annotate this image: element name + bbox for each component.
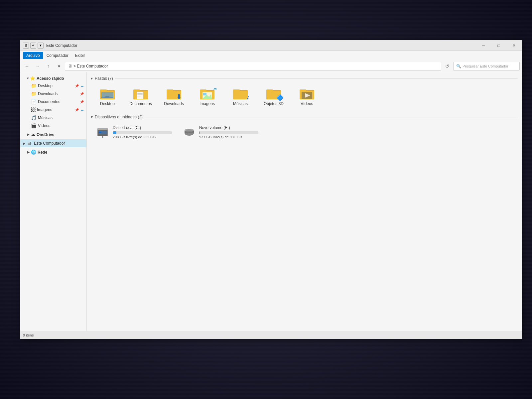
sidebar-item-downloads[interactable]: 📁 Downloads 📌: [20, 90, 86, 98]
search-bar[interactable]: 🔍 Pesquisar Este Computador: [453, 62, 520, 70]
drive-c-icon: [96, 126, 109, 139]
drives-section-label: Dispositivos e unidades (2): [95, 115, 143, 119]
titlebar-app-icons: 🖥 ✔ ▼: [23, 43, 44, 49]
cloud-icon-imagens: ☁: [213, 85, 217, 90]
svg-rect-38: [99, 132, 101, 133]
sidebar: ▾ ⭐ Acesso rápido 📁 Desktop 📌 ☁ 📁 Downlo…: [20, 72, 87, 331]
sidebar-music-label: Músicas: [38, 115, 84, 120]
pin-icon: 📌: [75, 84, 79, 88]
folder-downloads-label: Downloads: [164, 101, 184, 106]
music-note-icon: ♪: [246, 93, 250, 101]
file-explorer-window: 🖥 ✔ ▼ Este Computador ─ □ ✕ Arquivo Comp…: [20, 40, 522, 339]
sidebar-item-documentos[interactable]: 📄 Documentos 📌: [20, 98, 86, 106]
drive-c-bar-fill: [113, 131, 116, 134]
folder-videos-label: Vídeos: [301, 101, 313, 106]
cloud-icon-desktop: ☁: [80, 84, 84, 88]
sidebar-rede-section: ▶ 🌐 Rede: [20, 149, 86, 156]
titlebar: 🖥 ✔ ▼ Este Computador ─ □ ✕: [20, 40, 522, 51]
refresh-button[interactable]: ↺: [443, 62, 452, 71]
sidebar-onedrive-header[interactable]: ▶ ☁ OneDrive: [20, 131, 86, 138]
desktop-folder-icon: 📁: [31, 83, 37, 88]
drive-e-info: Novo volume (E:) 931 GB livre(s) de 931 …: [199, 125, 258, 139]
folder-musicas[interactable]: ♪ Músicas: [227, 85, 254, 108]
folders-grid: Desktop D: [91, 85, 518, 108]
sidebar-onedrive-section: ▶ ☁ OneDrive: [20, 131, 86, 138]
folder-documentos-icon: [133, 87, 149, 100]
statusbar: 9 itens: [20, 331, 522, 339]
svg-rect-34: [97, 128, 108, 130]
folder-downloads[interactable]: ⬇ Downloads: [161, 85, 187, 108]
sidebar-item-desktop[interactable]: 📁 Desktop 📌 ☁: [20, 82, 86, 90]
titlebar-icon-1[interactable]: 🖥: [23, 43, 29, 49]
maximize-button[interactable]: □: [491, 40, 506, 51]
onedrive-expand-icon: ▶: [27, 133, 30, 136]
window-controls: ─ □ ✕: [476, 40, 522, 51]
folders-expand-icon: ▾: [91, 76, 93, 81]
drive-e-size: 931 GB livre(s) de 931 GB: [199, 135, 258, 139]
downloads-folder-icon: 📁: [31, 91, 37, 96]
images-folder-icon: 🖼: [31, 107, 36, 112]
sidebar-desktop-label: Desktop: [38, 83, 73, 88]
items-count: 9 itens: [23, 333, 34, 337]
sidebar-item-musicas[interactable]: 🎵 Músicas: [20, 114, 86, 122]
address-bar[interactable]: 🖥 > Este Computador: [65, 62, 441, 70]
drive-c[interactable]: Disco Local (C:) 208 GB livre(s) de 222 …: [94, 123, 174, 141]
sidebar-este-computador-item[interactable]: ▶ 🖥 Este Computador: [20, 139, 86, 147]
svg-rect-12: [137, 96, 141, 96]
content-area: ▾ Pastas (7): [87, 72, 522, 331]
minimize-button[interactable]: ─: [476, 40, 491, 51]
menu-exibir[interactable]: Exibir: [72, 52, 88, 59]
folder-3d[interactable]: 🔷 Objetos 3D: [260, 85, 287, 108]
sidebar-quick-access-section: ▾ ⭐ Acesso rápido 📁 Desktop 📌 ☁ 📁 Downlo…: [20, 75, 86, 130]
sidebar-este-computador-section: ▶ 🖥 Este Computador: [20, 139, 86, 147]
folder-videos[interactable]: Vídeos: [294, 85, 320, 108]
close-button[interactable]: ✕: [506, 40, 522, 51]
dropdown-button[interactable]: ▾: [54, 62, 64, 71]
forward-button[interactable]: →: [33, 62, 42, 71]
window-title: Este Computador: [46, 43, 519, 48]
cloud-icon-images: ☁: [80, 108, 84, 112]
svg-rect-20: [203, 93, 206, 95]
cube-3d-icon: 🔷: [276, 95, 284, 101]
folder-musicas-label: Músicas: [233, 101, 248, 106]
back-button[interactable]: ←: [22, 62, 32, 71]
navbar: ← → ↑ ▾ 🖥 > Este Computador ↺ 🔍 Pesquisa…: [20, 60, 522, 72]
svg-point-36: [102, 136, 103, 138]
drives-divider: [145, 117, 518, 117]
quick-access-label: Acesso rápido: [37, 76, 64, 81]
pin-icon-4: 📌: [75, 108, 79, 112]
titlebar-icon-3[interactable]: ▼: [38, 43, 44, 49]
up-button[interactable]: ↑: [44, 62, 53, 71]
drive-e-bar-container: [199, 131, 258, 134]
sidebar-downloads-label: Downloads: [38, 91, 78, 96]
sidebar-quick-access-header[interactable]: ▾ ⭐ Acesso rápido: [20, 75, 86, 82]
folder-imagens[interactable]: ☁ Imagens: [194, 85, 220, 108]
folder-musicas-icon: ♪: [232, 87, 248, 100]
menu-arquivo[interactable]: Arquivo: [23, 52, 43, 59]
este-computador-expand-icon: ▶: [23, 142, 26, 145]
drive-e[interactable]: Novo volume (E:) 931 GB livre(s) de 931 …: [181, 123, 260, 141]
folders-section-label: Pastas (7): [95, 76, 113, 81]
search-icon: 🔍: [456, 64, 461, 68]
main-area: ▾ ⭐ Acesso rápido 📁 Desktop 📌 ☁ 📁 Downlo…: [20, 72, 522, 331]
titlebar-icon-2[interactable]: ✔: [30, 43, 36, 49]
sidebar-images-label: Imagens: [37, 107, 73, 112]
svg-rect-24: [233, 91, 248, 99]
sidebar-rede-header[interactable]: ▶ 🌐 Rede: [20, 149, 86, 156]
videos-folder-icon: 🎬: [31, 123, 37, 128]
docs-folder-icon: 📄: [31, 99, 37, 104]
svg-point-42: [186, 129, 193, 131]
folders-section-header: ▾ Pastas (7): [91, 76, 518, 81]
menu-computador[interactable]: Computador: [43, 52, 72, 59]
drives-section-header: ▾ Dispositivos e unidades (2): [91, 115, 518, 119]
sidebar-item-imagens[interactable]: 🖼 Imagens 📌 ☁: [20, 106, 86, 114]
folder-documentos[interactable]: Documentos: [127, 85, 154, 108]
folder-desktop-icon: [99, 87, 115, 100]
folders-divider: [115, 78, 518, 79]
sidebar-item-videos[interactable]: 🎬 Vídeos: [20, 122, 86, 130]
folder-desktop[interactable]: Desktop: [94, 85, 121, 108]
onedrive-label: OneDrive: [37, 132, 54, 137]
music-folder-icon: 🎵: [31, 115, 37, 120]
sidebar-docs-label: Documentos: [38, 99, 78, 104]
svg-rect-10: [137, 93, 143, 94]
